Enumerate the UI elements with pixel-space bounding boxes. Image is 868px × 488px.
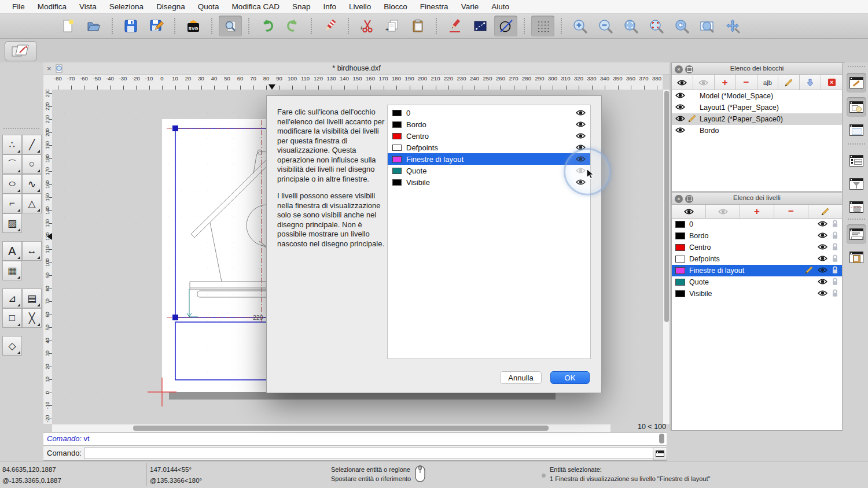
projection-tool-button[interactable]: ⊿ xyxy=(2,289,22,308)
menu-item-finestra[interactable]: Finestra xyxy=(414,0,455,14)
library-browser-panel-toggle-button[interactable] xyxy=(847,120,866,140)
zoom-window-button[interactable] xyxy=(696,16,719,36)
line-tool-button[interactable] xyxy=(469,16,492,36)
copy-button[interactable]: + xyxy=(381,16,404,36)
layer-row[interactable]: Centro xyxy=(672,242,842,253)
paste-button[interactable] xyxy=(406,16,429,36)
auto-zoom-button[interactable] xyxy=(619,16,642,36)
layer-lock-icon[interactable] xyxy=(832,266,838,276)
dialog-layer-row[interactable]: Visibile xyxy=(388,176,590,188)
dialog-layer-row[interactable]: Finestre di layout xyxy=(388,153,590,165)
menu-item-info[interactable]: Info xyxy=(317,0,343,14)
menu-item-file[interactable]: File xyxy=(6,0,31,14)
modify-tool-button[interactable]: ╳ xyxy=(22,308,42,328)
menu-item-modifica[interactable]: Modifica xyxy=(31,0,73,14)
hide-all-layers-button[interactable] xyxy=(706,205,740,218)
block-row[interactable]: Bordo xyxy=(672,125,842,136)
menu-item-livello[interactable]: Livello xyxy=(343,0,377,14)
layer-row[interactable]: Finestre di layout xyxy=(672,265,842,276)
delete-block-button[interactable]: × xyxy=(821,75,842,90)
circle-tool-button[interactable] xyxy=(494,16,517,36)
layer-visibility-eye-icon[interactable] xyxy=(576,132,586,141)
menu-item-varie[interactable]: Varie xyxy=(455,0,486,14)
layer-visibility-eye-icon[interactable] xyxy=(818,278,827,287)
layer-lock-icon[interactable] xyxy=(832,231,838,241)
ok-button[interactable]: OK xyxy=(550,371,590,384)
hide-all-blocks-button[interactable] xyxy=(693,75,715,90)
circle-tool-button[interactable]: ○ xyxy=(22,154,42,174)
pan-button[interactable] xyxy=(721,16,744,36)
image-tool-button[interactable]: ▦ xyxy=(2,261,22,280)
layer-lock-icon[interactable] xyxy=(832,278,838,287)
ellipse-tool-button[interactable]: ○ xyxy=(2,174,22,194)
block-list-panel-toggle-button[interactable] xyxy=(847,97,866,117)
menu-item-blocco[interactable]: Blocco xyxy=(377,0,414,14)
v-scroll-thumb[interactable] xyxy=(664,91,669,322)
layer-visibility-eye-icon[interactable] xyxy=(818,267,827,275)
print-preview-button[interactable] xyxy=(219,16,242,36)
layer-row[interactable]: Quote xyxy=(672,276,842,288)
dialog-layer-row[interactable]: Quote xyxy=(388,165,590,176)
measure-tool-button[interactable]: ▤ xyxy=(22,289,42,308)
block-visibility-eye-icon[interactable] xyxy=(675,92,685,101)
command-line-panel-toggle-button[interactable] xyxy=(847,224,866,244)
layer-row[interactable]: Bordo xyxy=(672,230,842,242)
history-scroll-thumb[interactable] xyxy=(659,434,664,443)
layer-row[interactable]: Visibile xyxy=(672,288,842,300)
menu-item-disegna[interactable]: Disegna xyxy=(150,0,192,14)
add-layer-button[interactable]: + xyxy=(740,205,774,218)
arc-tool-button[interactable]: ⌒ xyxy=(2,154,22,174)
layer-lock-icon[interactable] xyxy=(832,289,838,299)
layer-list-panel-toggle-button[interactable] xyxy=(847,73,866,93)
remove-block-button[interactable]: − xyxy=(736,75,757,90)
block-row[interactable]: Layout2 (*Paper_Space0) xyxy=(672,113,842,125)
zoom-selection-button[interactable] xyxy=(645,16,668,36)
selection-filter-panel-toggle-button[interactable] xyxy=(847,174,866,194)
remove-layer-button[interactable]: − xyxy=(774,205,808,218)
cut-button[interactable]: + xyxy=(355,16,378,36)
open-file-button[interactable] xyxy=(82,16,105,36)
text-tool-button[interactable]: A xyxy=(2,241,22,261)
solid-tool-button[interactable]: ◇ xyxy=(2,336,22,356)
layer-lock-icon[interactable] xyxy=(832,243,838,253)
layer-visibility-eye-icon[interactable] xyxy=(818,243,827,252)
dialog-layer-row[interactable]: 0 xyxy=(388,107,590,119)
export-svg-button[interactable]: SVG xyxy=(182,16,205,36)
section-view-panel-toggle-button[interactable] xyxy=(847,197,866,217)
layer-visibility-eye-icon[interactable] xyxy=(576,109,586,118)
new-document-button[interactable] xyxy=(57,16,80,36)
spline-tool-button[interactable]: ∿ xyxy=(22,174,42,194)
layer-visibility-eye-icon[interactable] xyxy=(818,232,827,241)
polyline-tool-button[interactable]: ⌐ xyxy=(2,194,22,213)
palette-drag-handle[interactable] xyxy=(3,128,39,129)
command-window-button[interactable] xyxy=(653,447,667,460)
property-editor-panel-toggle-button[interactable] xyxy=(847,151,866,171)
shapes-tool-button[interactable]: △ xyxy=(22,194,42,213)
layer-lock-icon[interactable] xyxy=(832,220,838,230)
block-tools-tool-button[interactable]: □ xyxy=(2,308,22,328)
menu-item-quota[interactable]: Quota xyxy=(192,0,226,14)
block-visibility-eye-icon[interactable] xyxy=(675,115,685,124)
points-tool-button[interactable]: ∴ xyxy=(2,135,22,154)
save-as-button[interactable] xyxy=(145,16,168,36)
canvas-horizontal-scrollbar[interactable] xyxy=(52,424,610,432)
dimension-tool-button[interactable]: ↔ xyxy=(22,241,42,261)
clipboard-panel-toggle-button[interactable] xyxy=(847,247,866,267)
edit-layer-button[interactable] xyxy=(808,205,842,218)
show-all-blocks-button[interactable] xyxy=(672,75,693,90)
layer-visibility-eye-icon[interactable] xyxy=(818,255,827,264)
menu-item-modifica-cad[interactable]: Modifica CAD xyxy=(225,0,286,14)
grid-toggle-button[interactable] xyxy=(531,16,554,36)
layout-blocks-button[interactable] xyxy=(5,41,37,61)
menu-item-snap[interactable]: Snap xyxy=(286,0,317,14)
block-visibility-eye-icon[interactable] xyxy=(675,127,685,135)
draw-pencil-button[interactable] xyxy=(443,16,466,36)
hatch-tool-button[interactable]: ▨ xyxy=(2,213,22,233)
layer-row[interactable]: Defpoints xyxy=(672,253,842,265)
line-tool-button[interactable]: ╱ xyxy=(22,135,42,154)
layer-row[interactable]: 0 xyxy=(672,219,842,230)
zoom-out-button[interactable] xyxy=(594,16,617,36)
insert-block-button[interactable] xyxy=(800,75,821,90)
edit-block-button[interactable] xyxy=(778,75,800,90)
canvas-vertical-scrollbar[interactable] xyxy=(663,90,670,424)
